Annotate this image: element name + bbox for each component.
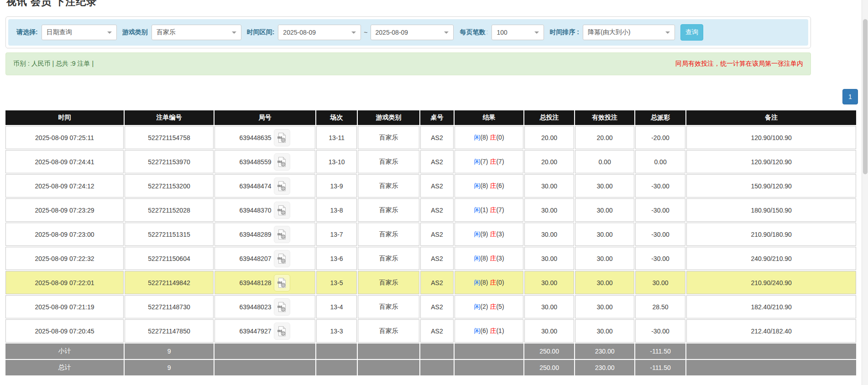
scrollbar-thumb[interactable] xyxy=(863,19,868,174)
cell-payout: 0.00 xyxy=(635,150,685,173)
round-number: 639448128 xyxy=(239,279,271,286)
cell-result: 闲(8) 庄(0) xyxy=(455,126,523,149)
cell-total-bet[interactable]: 30.00 xyxy=(524,247,574,270)
result-banker: 庄 xyxy=(490,134,496,141)
cell-total-bet[interactable]: 30.00 xyxy=(524,223,574,246)
date-from-value: 2025-08-09 xyxy=(283,29,316,36)
page-size-select[interactable]: 100 xyxy=(492,25,544,40)
video-replay-button[interactable] xyxy=(274,298,290,316)
result-banker: 庄 xyxy=(490,279,496,286)
table-header-row: 时间注单编号局号场次游戏类别桌号结果总投注有效投注总派彩备注 xyxy=(5,110,856,125)
chevron-down-icon xyxy=(232,31,236,34)
search-button[interactable]: 查询 xyxy=(680,24,703,41)
cell-payout: -30.00 xyxy=(635,174,685,198)
result-player: 闲 xyxy=(474,206,480,213)
subtotal-row-empty xyxy=(420,343,454,359)
subtotal-row-empty xyxy=(316,343,357,359)
video-replay-button[interactable] xyxy=(274,129,290,146)
cell-total-bet[interactable]: 30.00 xyxy=(524,198,574,222)
result-banker: 庄 xyxy=(490,158,496,165)
column-header: 场次 xyxy=(316,110,357,125)
cell-game-category: 百家乐 xyxy=(358,247,419,270)
cell-time: 2025-08-09 07:23:00 xyxy=(5,223,124,246)
total-row-empty xyxy=(455,360,523,375)
cell-round-id: 639448474 xyxy=(214,174,315,198)
cell-valid-bet: 30.00 xyxy=(575,319,634,343)
query-type-select[interactable]: 日期查询 xyxy=(42,25,117,40)
result-banker: 庄 xyxy=(490,327,496,334)
cell-table-number: AS2 xyxy=(420,319,454,343)
video-replay-button[interactable] xyxy=(274,250,290,267)
table-row: 2025-08-09 07:21:19522721148730639448023… xyxy=(5,295,856,318)
round-number: 639448635 xyxy=(239,134,271,141)
cell-valid-bet: 30.00 xyxy=(575,271,634,294)
cell-table-number: AS2 xyxy=(420,198,454,222)
cell-game-category: 百家乐 xyxy=(358,223,419,246)
video-replay-icon xyxy=(277,156,287,167)
cell-bet-id: 522721153200 xyxy=(125,174,214,198)
subtotal-row: 小计9250.00230.00-111.50 xyxy=(5,343,856,359)
cell-game-category: 百家乐 xyxy=(358,295,419,318)
sort-order-value: 降冪(由大到小) xyxy=(588,28,630,36)
vertical-scrollbar[interactable] xyxy=(862,0,868,385)
video-replay-icon xyxy=(277,302,287,312)
video-replay-button[interactable] xyxy=(274,153,290,171)
video-replay-button[interactable] xyxy=(274,274,290,291)
video-replay-icon xyxy=(277,326,287,337)
subtotal-row-empty xyxy=(214,343,315,359)
cell-valid-bet: 30.00 xyxy=(575,198,634,222)
video-replay-button[interactable] xyxy=(274,177,290,195)
cell-total-bet[interactable]: 30.00 xyxy=(524,319,574,343)
video-replay-icon xyxy=(277,277,287,288)
cell-time: 2025-08-09 07:22:32 xyxy=(5,247,124,270)
result-player: 闲 xyxy=(474,255,480,262)
result-player: 闲 xyxy=(474,182,480,189)
game-category-label: 游戏类别 xyxy=(122,28,148,36)
video-replay-icon xyxy=(277,229,287,240)
chevron-down-icon xyxy=(351,31,356,34)
page: 视讯 会员 下注纪录 请选择: 日期查询 游戏类别 百家乐 时间区间: 2025… xyxy=(0,0,868,385)
cell-payout: -30.00 xyxy=(635,247,685,270)
video-replay-button[interactable] xyxy=(274,226,290,243)
cell-total-bet[interactable]: 30.00 xyxy=(524,174,574,198)
video-replay-icon xyxy=(277,181,287,192)
cell-total-bet[interactable]: 30.00 xyxy=(524,271,574,294)
page-button-1[interactable]: 1 xyxy=(842,89,858,104)
total-row-empty xyxy=(358,360,419,375)
cell-result: 闲(6) 庄(1) xyxy=(455,319,523,343)
sort-order-select[interactable]: 降冪(由大到小) xyxy=(583,25,675,40)
summary-currency-count: 币别 : 人民币 | 总共 :9 注单 | xyxy=(13,60,94,68)
subtotal-row-empty xyxy=(455,343,523,359)
round-number: 639448023 xyxy=(239,303,271,311)
cell-total-bet[interactable]: 20.00 xyxy=(524,150,574,173)
date-from-select[interactable]: 2025-08-09 xyxy=(278,25,361,40)
cell-result: 闲(8) 庄(3) xyxy=(455,247,523,270)
total-row-empty xyxy=(316,360,357,375)
cell-session: 13-4 xyxy=(316,295,357,318)
cell-bet-id: 522721153970 xyxy=(125,150,214,173)
table-row: 2025-08-09 07:22:01522721149842639448128… xyxy=(5,271,856,294)
cell-time: 2025-08-09 07:25:11 xyxy=(5,126,124,149)
game-category-select[interactable]: 百家乐 xyxy=(152,25,241,40)
cell-total-bet[interactable]: 30.00 xyxy=(524,295,574,318)
result-banker: 庄 xyxy=(490,255,496,262)
summary-bar: 币别 : 人民币 | 总共 :9 注单 | 同局有效投注，统一计算在该局第一张注… xyxy=(5,52,811,75)
date-to-select[interactable]: 2025-08-09 xyxy=(371,25,454,40)
summary-note: 同局有效投注，统一计算在该局第一张注单内 xyxy=(675,60,803,68)
cell-round-id: 639448289 xyxy=(214,223,315,246)
cell-total-bet[interactable]: 20.00 xyxy=(524,126,574,149)
cell-round-id: 639448559 xyxy=(214,150,315,173)
result-banker: 庄 xyxy=(490,206,496,213)
cell-bet-id: 522721150604 xyxy=(125,247,214,270)
cell-session: 13-7 xyxy=(316,223,357,246)
video-replay-button[interactable] xyxy=(274,323,290,340)
cell-table-number: AS2 xyxy=(420,223,454,246)
cell-game-category: 百家乐 xyxy=(358,150,419,173)
filter-bar: 请选择: 日期查询 游戏类别 百家乐 时间区间: 2025-08-09 ~ 20… xyxy=(8,19,808,46)
query-type-value: 日期查询 xyxy=(47,28,72,36)
column-header: 总派彩 xyxy=(635,110,685,125)
cell-game-category: 百家乐 xyxy=(358,319,419,343)
result-player: 闲 xyxy=(474,303,480,310)
chevron-down-icon xyxy=(444,31,449,34)
video-replay-button[interactable] xyxy=(274,202,290,219)
